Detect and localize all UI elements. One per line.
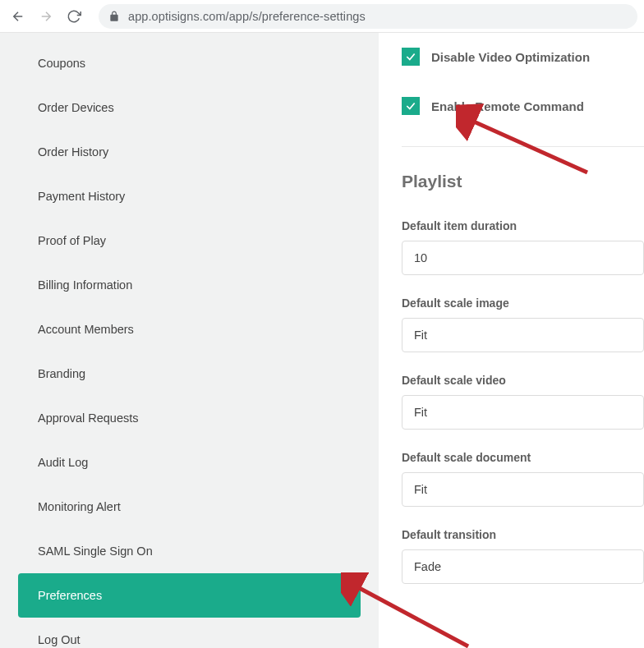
sidebar-item-proof-of-play[interactable]: Proof of Play [18,218,361,263]
field-label: Default scale image [402,296,644,310]
sidebar-item-label: Account Members [38,323,134,336]
sidebar-item-label: Log Out [38,633,80,646]
field-default-scale-document: Default scale document [402,451,644,507]
checkbox-label: Enable Remote Command [431,99,584,113]
url-text: app.optisigns.com/app/s/preference-setti… [128,10,366,23]
checkbox-label: Disable Video Optimization [431,50,590,64]
field-default-scale-image: Default scale image [402,296,644,352]
sidebar-item-billing-information[interactable]: Billing Information [18,263,361,307]
field-default-scale-video: Default scale video [402,374,644,430]
sidebar-item-branding[interactable]: Branding [18,352,361,396]
sidebar-item-log-out[interactable]: Log Out [18,618,361,648]
sidebar-item-label: SAML Single Sign On [38,545,153,558]
sidebar-item-approval-requests[interactable]: Approval Requests [18,396,361,440]
sidebar-item-label: Monitoring Alert [38,500,121,513]
checkbox-disable-video-optimization: Disable Video Optimization [402,48,644,66]
field-label: Default transition [402,528,644,541]
checkbox-enable-remote-command: Enable Remote Command [402,97,644,115]
sidebar-item-label: Coupons [38,57,85,70]
field-default-transition: Default transition [402,528,644,584]
select-default-scale-video[interactable] [402,395,644,430]
sidebar-item-order-history[interactable]: Order History [18,130,361,174]
url-bar[interactable]: app.optisigns.com/app/s/preference-setti… [99,4,637,29]
sidebar-item-label: Billing Information [38,278,132,292]
sidebar-item-label: Audit Log [38,456,88,469]
nav-reload-icon[interactable] [62,5,85,28]
browser-bar: app.optisigns.com/app/s/preference-setti… [0,0,644,33]
nav-back-icon[interactable] [7,5,30,28]
main: Disable Video Optimization Enable Remote… [379,33,644,648]
sidebar-item-label: Branding [38,367,85,380]
sidebar-item-account-members[interactable]: Account Members [18,307,361,352]
field-label: Default scale video [402,374,644,387]
sidebar-item-label: Preferences [38,589,102,602]
divider [402,146,644,147]
sidebar-item-order-devices[interactable]: Order Devices [18,85,361,130]
select-default-scale-document[interactable] [402,472,644,507]
field-default-item-duration: Default item duration [402,219,644,275]
nav-forward-icon[interactable] [34,5,58,28]
lock-icon [108,11,120,22]
checkbox-icon[interactable] [402,97,420,115]
sidebar-item-audit-log[interactable]: Audit Log [18,440,361,485]
playlist-section-title: Playlist [402,172,644,191]
sidebar-item-monitoring-alert[interactable]: Monitoring Alert [18,485,361,529]
sidebar-item-label: Order History [38,145,108,159]
sidebar-item-coupons[interactable]: Coupons [18,41,361,85]
input-default-item-duration[interactable] [402,241,644,275]
select-default-transition[interactable] [402,549,644,584]
sidebar-item-label: Order Devices [38,101,114,114]
sidebar-item-preferences[interactable]: Preferences [18,573,361,618]
sidebar-item-label: Payment History [38,190,125,203]
select-default-scale-image[interactable] [402,318,644,352]
sidebar: Coupons Order Devices Order History Paym… [0,33,379,648]
field-label: Default item duration [402,219,644,232]
content: Coupons Order Devices Order History Paym… [0,33,644,648]
field-label: Default scale document [402,451,644,464]
sidebar-item-payment-history[interactable]: Payment History [18,174,361,218]
sidebar-item-saml-single-sign-on[interactable]: SAML Single Sign On [18,529,361,573]
checkbox-icon[interactable] [402,48,420,66]
sidebar-item-label: Approval Requests [38,411,139,425]
sidebar-item-label: Proof of Play [38,234,106,247]
